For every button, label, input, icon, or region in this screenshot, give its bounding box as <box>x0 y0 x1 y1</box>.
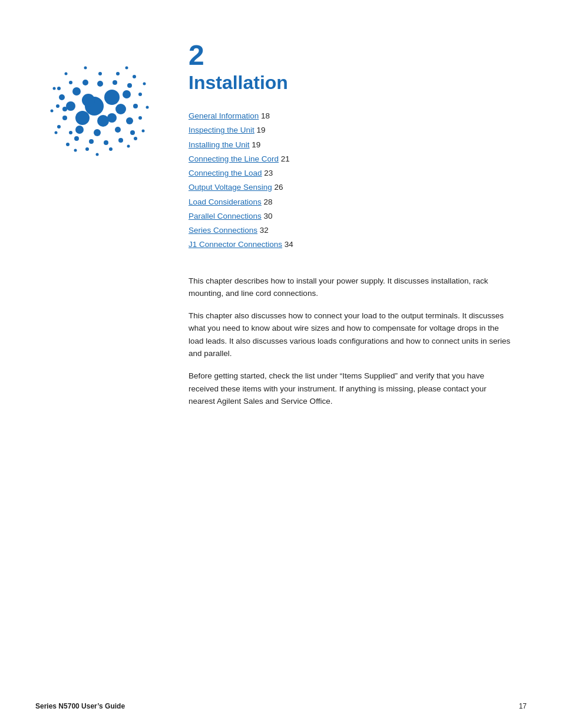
svg-point-10 <box>126 117 133 124</box>
svg-point-20 <box>127 83 132 88</box>
toc-link[interactable]: Inspecting the Unit <box>189 126 254 134</box>
toc-item: Connecting the Load 23 <box>189 167 515 179</box>
toc-item: Output Voltage Sensing 26 <box>189 182 515 193</box>
svg-point-2 <box>75 111 90 125</box>
svg-point-14 <box>59 94 65 100</box>
svg-point-28 <box>57 87 61 90</box>
svg-point-18 <box>97 81 103 87</box>
svg-point-4 <box>115 104 126 114</box>
svg-point-48 <box>74 149 77 152</box>
description-paragraph: This chapter describes how to install yo… <box>189 275 515 300</box>
content-area: 2 Installation General Information 18Ins… <box>189 35 515 417</box>
svg-point-35 <box>138 93 142 96</box>
svg-point-40 <box>66 143 70 146</box>
svg-point-50 <box>51 110 54 113</box>
toc-page-number: 34 <box>282 240 293 249</box>
toc-page-number: 19 <box>250 140 261 149</box>
toc-item: Installing the Unit 19 <box>189 139 515 151</box>
svg-point-24 <box>104 140 108 145</box>
footer-page-number: 17 <box>519 702 527 710</box>
svg-point-51 <box>53 87 56 90</box>
svg-point-30 <box>57 125 61 129</box>
svg-point-26 <box>74 136 79 141</box>
toc-page-number: 26 <box>272 183 283 192</box>
svg-point-1 <box>104 90 120 105</box>
svg-point-39 <box>85 147 89 151</box>
svg-point-49 <box>55 131 58 134</box>
svg-point-7 <box>66 101 75 111</box>
svg-point-11 <box>75 126 84 134</box>
svg-point-27 <box>69 81 72 84</box>
toc-page-number: 18 <box>259 111 270 120</box>
svg-point-23 <box>118 138 123 143</box>
footer: Series N5700 User’s Guide 17 <box>35 702 527 710</box>
svg-point-47 <box>96 153 99 156</box>
svg-point-29 <box>56 104 59 108</box>
svg-point-44 <box>146 106 149 109</box>
toc-item: Load Considerations 28 <box>189 196 515 208</box>
toc-page-number: 19 <box>254 126 266 134</box>
toc-link[interactable]: Parallel Connections <box>189 212 262 220</box>
logo-area <box>35 35 189 171</box>
svg-point-33 <box>116 72 120 75</box>
svg-point-36 <box>138 116 142 120</box>
svg-point-34 <box>133 75 136 78</box>
svg-point-13 <box>115 127 121 133</box>
toc-link[interactable]: Connecting the Load <box>189 169 262 177</box>
chapter-title: Installation <box>189 72 515 94</box>
toc-link[interactable]: Series Connections <box>189 226 257 235</box>
toc-page-number: 28 <box>262 197 273 206</box>
toc-link[interactable]: Installing the Unit <box>189 140 250 149</box>
toc-link[interactable]: Connecting the Line Cord <box>189 154 279 163</box>
toc-page-number: 30 <box>262 212 273 220</box>
description-paragraph: This chapter also discusses how to conne… <box>189 309 515 360</box>
chapter-number: 2 <box>189 41 515 70</box>
svg-point-16 <box>62 107 67 111</box>
toc-item: General Information 18 <box>189 110 515 122</box>
footer-guide-title: Series N5700 User’s Guide <box>35 702 125 710</box>
svg-point-21 <box>133 104 138 108</box>
toc-page-number: 32 <box>257 226 269 235</box>
description-section: This chapter describes how to install yo… <box>189 275 515 408</box>
svg-point-12 <box>94 129 101 136</box>
toc-item: Series Connections 32 <box>189 225 515 236</box>
toc-item: J1 Connector Connections 34 <box>189 239 515 251</box>
toc-page-number: 23 <box>262 169 273 177</box>
toc-link[interactable]: General Information <box>189 111 259 120</box>
svg-point-41 <box>84 67 87 70</box>
svg-point-37 <box>134 137 137 140</box>
svg-point-46 <box>127 145 130 148</box>
svg-point-25 <box>89 139 94 144</box>
svg-point-42 <box>125 67 128 70</box>
svg-point-32 <box>98 72 102 75</box>
svg-point-22 <box>130 130 135 135</box>
toc-page-number: 21 <box>279 154 290 163</box>
page-container: 2 Installation General Information 18Ins… <box>0 0 562 728</box>
svg-point-19 <box>113 80 117 85</box>
toc-item: Inspecting the Unit 19 <box>189 124 515 136</box>
svg-point-15 <box>62 116 67 120</box>
toc-item: Connecting the Line Cord 21 <box>189 153 515 165</box>
toc-link[interactable]: Output Voltage Sensing <box>189 183 272 192</box>
svg-point-38 <box>109 147 113 151</box>
svg-point-52 <box>65 73 68 75</box>
svg-point-8 <box>72 87 81 95</box>
agilent-logo <box>35 41 165 171</box>
toc-link[interactable]: Load Considerations <box>189 197 262 206</box>
toc-link[interactable]: J1 Connector Connections <box>189 240 282 249</box>
svg-point-9 <box>123 90 131 98</box>
svg-point-5 <box>82 94 95 107</box>
toc-list: General Information 18Inspecting the Uni… <box>189 110 515 251</box>
svg-point-43 <box>143 83 146 85</box>
svg-point-31 <box>69 131 72 134</box>
svg-point-45 <box>142 130 145 133</box>
toc-item: Parallel Connections 30 <box>189 210 515 222</box>
svg-point-3 <box>97 115 109 127</box>
description-paragraph: Before getting started, check the list u… <box>189 370 515 408</box>
svg-point-17 <box>82 80 88 85</box>
svg-point-6 <box>107 113 117 123</box>
top-section: 2 Installation General Information 18Ins… <box>35 35 515 417</box>
